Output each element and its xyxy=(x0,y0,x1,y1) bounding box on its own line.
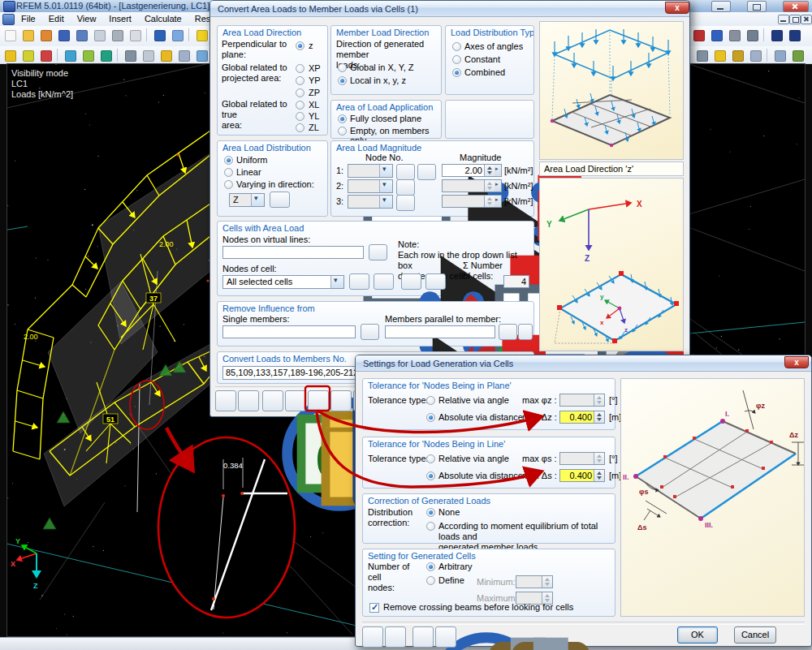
plane-icon[interactable] xyxy=(193,48,209,63)
decimal-places-button[interactable] xyxy=(330,390,352,411)
radio-combined[interactable] xyxy=(452,68,461,77)
mesh-icon[interactable] xyxy=(140,48,156,63)
project-export-icon[interactable] xyxy=(55,28,71,43)
radio-local-xyz[interactable] xyxy=(338,76,347,85)
open-icon[interactable] xyxy=(19,28,36,43)
radio-line-relative[interactable] xyxy=(426,454,435,463)
varying-direction-combo[interactable]: Z xyxy=(229,193,265,207)
support-line-icon[interactable] xyxy=(122,48,138,63)
radio-varying[interactable] xyxy=(224,180,233,189)
single-members-pick-button[interactable] xyxy=(361,324,379,340)
line-new-icon[interactable] xyxy=(37,48,54,63)
radio-axes-of-angles[interactable] xyxy=(452,42,461,51)
new-icon[interactable] xyxy=(2,28,18,43)
mdi-minimize-button[interactable] xyxy=(778,15,789,24)
radio-plane-relative[interactable] xyxy=(426,396,435,405)
pin-blue-2-icon[interactable] xyxy=(786,28,802,43)
cell-pick-button[interactable] xyxy=(349,273,369,290)
node1-pick-button[interactable] xyxy=(396,164,415,180)
window-split-icon[interactable] xyxy=(747,48,763,63)
help-button[interactable] xyxy=(215,390,236,411)
save-settings-button[interactable] xyxy=(285,390,306,411)
radio-xp[interactable] xyxy=(296,64,304,73)
radio-yl[interactable] xyxy=(296,112,304,121)
delete-results-icon[interactable] xyxy=(690,28,706,43)
view-grid-icon[interactable] xyxy=(711,48,728,63)
units-button-2[interactable] xyxy=(385,626,406,648)
cell-delete-button[interactable] xyxy=(374,273,394,290)
settings-gears-icon[interactable] xyxy=(744,28,760,43)
radio-plane-absolute[interactable] xyxy=(426,413,435,422)
radio-arbitrary[interactable] xyxy=(426,562,435,571)
radio-linear[interactable] xyxy=(224,168,233,177)
isometric-view-icon[interactable] xyxy=(729,48,745,63)
project-import-icon[interactable] xyxy=(37,28,54,43)
units-button[interactable] xyxy=(238,390,259,411)
node2-combo[interactable] xyxy=(348,179,393,193)
maximize-button[interactable] xyxy=(747,1,767,12)
ok-button[interactable]: OK xyxy=(677,626,718,644)
new-load-icon[interactable] xyxy=(193,28,209,43)
minimize-button[interactable] xyxy=(711,1,731,12)
cancel-button[interactable]: Cancel xyxy=(734,626,776,644)
display-props-icon[interactable] xyxy=(789,48,806,63)
open-settings-button[interactable] xyxy=(262,390,283,411)
radio-empty-members[interactable] xyxy=(338,127,347,136)
nodes-of-cell-combo[interactable]: All selected cells xyxy=(222,275,344,289)
dialog2-title-bar[interactable]: Settings for Load Generation via Cells xyxy=(356,355,811,372)
mdi-close-button[interactable] xyxy=(801,15,812,24)
redo-icon[interactable] xyxy=(169,28,185,43)
magnitude1-field[interactable]: 2.00 xyxy=(442,164,495,177)
surface-new-icon[interactable] xyxy=(80,48,96,63)
export-sheet-icon[interactable] xyxy=(91,28,107,43)
guide-line-icon[interactable] xyxy=(175,48,192,63)
virtual-lines-pick-button[interactable] xyxy=(369,244,387,260)
generation-settings-button[interactable] xyxy=(308,390,329,411)
radio-zp[interactable] xyxy=(296,88,304,97)
magnitude1-detail-button[interactable] xyxy=(495,164,502,177)
virtual-lines-input[interactable] xyxy=(222,246,364,259)
info-icon[interactable] xyxy=(708,28,724,43)
copy-settings-button[interactable] xyxy=(412,626,434,648)
dialog2-close-button[interactable]: x xyxy=(784,356,809,368)
radio-uniform[interactable] xyxy=(224,156,233,165)
parallel-loop-button[interactable] xyxy=(518,324,533,340)
max-delta-s-field[interactable]: 0.400 xyxy=(559,469,605,482)
print-icon[interactable] xyxy=(109,28,125,43)
dialog1-title-bar[interactable]: Convert Area Loads to Member Loads via C… xyxy=(210,1,689,17)
radio-constant[interactable] xyxy=(452,55,461,64)
varying-edit-button[interactable] xyxy=(270,192,290,208)
radio-correction-moment[interactable] xyxy=(426,522,435,531)
render-model-icon[interactable] xyxy=(693,48,710,63)
member-new-icon[interactable] xyxy=(62,48,78,63)
max-delta-z-field[interactable]: 0.400 xyxy=(559,411,605,424)
node1-pick-special-button[interactable] xyxy=(417,164,436,180)
print-preview-icon[interactable] xyxy=(127,28,143,43)
close-button[interactable] xyxy=(783,1,809,12)
node3-combo[interactable] xyxy=(348,195,393,209)
remove-crossing-beams-checkbox[interactable] xyxy=(369,603,379,613)
dimension-icon[interactable] xyxy=(158,48,174,63)
support-node-icon[interactable] xyxy=(97,48,114,63)
radio-zl[interactable] xyxy=(296,123,304,132)
parallel-pick-button[interactable] xyxy=(499,324,517,340)
parallel-members-input[interactable] xyxy=(385,325,495,338)
node-new-icon[interactable] xyxy=(19,48,36,63)
menu-calculate[interactable]: Calculate xyxy=(138,12,188,26)
single-members-input[interactable] xyxy=(222,325,356,338)
visibility-icon[interactable] xyxy=(2,48,18,63)
pin-blue-1-icon[interactable] xyxy=(768,28,784,43)
radio-z[interactable] xyxy=(296,41,304,50)
node3-pick-button[interactable] xyxy=(396,195,415,211)
display-panel-icon[interactable] xyxy=(771,48,788,63)
cell-list-check-button[interactable] xyxy=(425,273,446,290)
apply-settings-button[interactable] xyxy=(435,626,456,648)
node2-pick-button[interactable] xyxy=(396,179,415,196)
mdi-restore-button[interactable] xyxy=(789,15,801,24)
menu-file[interactable]: File xyxy=(15,12,42,26)
radio-line-absolute[interactable] xyxy=(426,471,435,480)
radio-xl[interactable] xyxy=(296,101,304,110)
clock-icon[interactable] xyxy=(726,28,742,43)
node1-combo[interactable] xyxy=(348,164,393,178)
cell-list-export-button[interactable] xyxy=(401,273,421,290)
